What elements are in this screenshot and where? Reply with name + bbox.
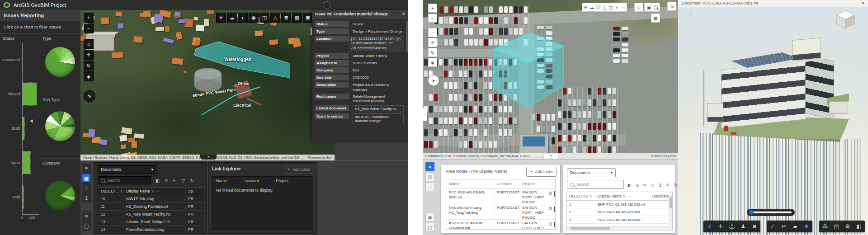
properties-icon[interactable]: ▤: [831, 221, 842, 232]
basemap-icon[interactable]: ◇: [634, 3, 643, 12]
aerial-map-view[interactable]: +−⌂✛↻◈➤ ‹ ☀☁ⓘ△◫◐∩ ◇▣ ▩ ⇲ Contributors, E…: [423, 0, 678, 159]
split-view-icon[interactable]: ◧: [854, 221, 864, 232]
table-row[interactable]: 13Atlantic_Road_Bridge2.ifcPR: [97, 218, 204, 226]
table-row[interactable]: 12KS_New Water Facility.rvtPR: [97, 211, 204, 218]
selection-icon[interactable]: ◧: [155, 178, 160, 183]
status-bar-draft[interactable]: draft: [0, 111, 40, 146]
scene-tool-icon[interactable]: △: [601, 5, 608, 10]
delete-icon[interactable]: [554, 207, 556, 212]
camera-icon[interactable]: ◙: [749, 221, 760, 232]
explode-icon[interactable]: ❖: [801, 221, 812, 232]
measure-icon[interactable]: ∕: [767, 221, 778, 232]
add-links-button[interactable]: ⚭Add Links: [526, 167, 557, 177]
table-row[interactable]: #1-Z1070.70 As-built Drawings.pdf PORTCO…: [446, 220, 555, 230]
company-pie-chart[interactable]: [45, 181, 75, 211]
open-icon[interactable]: ⊙: [548, 221, 552, 226]
scrollbar[interactable]: [406, 21, 408, 52]
links-icon[interactable]: ⚭: [425, 162, 434, 171]
cut-icon[interactable]: ✄: [172, 178, 178, 183]
scene-tool-icon[interactable]: ∩: [620, 5, 627, 10]
slice-icon[interactable]: ◫: [259, 13, 269, 23]
table-row[interactable]: 1SHP-PCC-QL-MS-M3-002.rvt: [566, 201, 672, 208]
walk-icon[interactable]: ♟: [738, 221, 749, 232]
section-icon[interactable]: ✂: [778, 221, 789, 232]
status-bar-answered[interactable]: answered: [0, 42, 40, 77]
table-row[interactable]: 14PowerDistribution.dwgPR: [97, 226, 204, 232]
view-cube[interactable]: [835, 9, 856, 30]
pan-icon[interactable]: ✛: [84, 50, 94, 60]
horizontal-scrollbar[interactable]: [566, 226, 669, 230]
explode-slider[interactable]: [747, 209, 795, 216]
table-row[interactable]: PCC-ENG-AB-CB-M3-0001.rvt PORTCOAST SAI …: [446, 189, 555, 204]
table-row[interactable]: 11KS_Existing Facilities.rvtPR: [97, 203, 204, 211]
type-pie-chart[interactable]: [45, 47, 75, 77]
status-bar-void[interactable]: void: [0, 180, 40, 214]
routes-icon[interactable]: ∴: [82, 183, 91, 193]
open-icon[interactable]: ⊙: [548, 206, 552, 211]
refresh-icon[interactable]: ↻: [189, 178, 195, 183]
zoom-in-icon[interactable]: +: [84, 13, 94, 23]
attribution-collapse-tab[interactable]: ▾: [200, 155, 217, 160]
panel-collapse-tab[interactable]: ‹: [423, 108, 427, 121]
line-of-sight-icon[interactable]: ◉: [249, 13, 259, 23]
weather-icon[interactable]: ☁: [227, 13, 237, 23]
status-bar-chart[interactable]: answeredcloseddraftopenvoid: [0, 42, 40, 214]
close-icon[interactable]: ✕: [402, 11, 406, 16]
locate-icon[interactable]: ◈: [428, 58, 437, 67]
table-icon[interactable]: ▦: [82, 174, 91, 183]
filter-icon[interactable]: ▽: [650, 183, 656, 188]
delete-icon[interactable]: [554, 222, 556, 227]
expand-icon[interactable]: ⇲: [667, 2, 676, 11]
zoom-out-icon[interactable]: −: [84, 24, 94, 33]
account-avatar[interactable]: [323, 1, 330, 9]
table-icon[interactable]: ▦: [425, 172, 434, 181]
table-row[interactable]: Nha dieu hanh cang - AC_TangTret.dwg POR…: [446, 204, 555, 220]
links-icon[interactable]: ⚭: [82, 164, 91, 173]
shadow-icon[interactable]: ◐: [238, 13, 248, 23]
open-icon[interactable]: ⊙: [548, 191, 552, 196]
select-cursor-icon[interactable]: ➤: [428, 75, 439, 86]
layer-selector-dropdown[interactable]: Documents▾: [98, 165, 156, 174]
add-links-button[interactable]: ⚭Add Links: [284, 165, 313, 174]
share-icon[interactable]: ↥: [82, 193, 91, 202]
scene-tool-icon[interactable]: ◫: [608, 5, 614, 10]
legend-icon[interactable]: ≋: [425, 213, 434, 222]
zoom-to-icon[interactable]: ⊙: [634, 183, 640, 188]
pan-icon[interactable]: ✛: [715, 221, 726, 232]
upload-icon[interactable]: ↥: [657, 183, 663, 188]
layer-selector-dropdown[interactable]: Documents▾: [567, 168, 616, 177]
open-in-source-link[interactable]: Issue #8: Foundation material change: [353, 113, 404, 124]
table-row[interactable]: 10WWTP-Site.dwgPR: [97, 195, 204, 203]
locate-icon[interactable]: ◈: [84, 71, 94, 81]
table-row[interactable]: 3PCC-ENG-AB-AR-M3-000...: [566, 216, 672, 224]
zoom-in-icon[interactable]: +: [428, 4, 437, 13]
rotate-icon[interactable]: ↻: [428, 48, 437, 57]
extent-icon[interactable]: ▢: [425, 223, 434, 232]
linked-document-link[interactable]: KS_New Water Facility.rvt: [353, 105, 404, 112]
vertical-scrollbar[interactable]: [669, 192, 672, 230]
table-row[interactable]: 2PCC-ENG-AB-AS-M3-000...: [566, 208, 672, 216]
subtype-pie-chart[interactable]: [45, 111, 75, 141]
pan-icon[interactable]: ✛: [428, 38, 437, 47]
zoom-fit-icon[interactable]: ⚓: [726, 221, 737, 232]
zoom-out-icon[interactable]: −: [428, 14, 437, 23]
search-button[interactable]: [651, 3, 660, 12]
draw-icon[interactable]: ✎: [84, 90, 95, 102]
basemap-icon[interactable]: ▦: [292, 13, 302, 23]
settings-icon[interactable]: ⚙: [842, 221, 853, 232]
layers-icon[interactable]: ≣: [281, 13, 291, 23]
folder-icon[interactable]: ▰: [790, 221, 801, 232]
home-icon[interactable]: ⌂: [84, 39, 94, 49]
bim-3d-view[interactable]: ⌂: [678, 7, 868, 235]
daylight-icon[interactable]: ☀: [216, 13, 226, 23]
bim-highlight-overlay[interactable]: [423, 0, 678, 159]
home-icon[interactable]: ⌂: [689, 10, 693, 17]
orbit-icon[interactable]: ↺: [704, 221, 715, 232]
measure-icon[interactable]: △: [270, 13, 280, 23]
search-input[interactable]: Search: [567, 180, 624, 189]
selection-icon[interactable]: ◧: [627, 183, 632, 188]
scene-tool-icon[interactable]: ◐: [614, 5, 620, 10]
edit-icon[interactable]: ✎: [665, 183, 671, 188]
filter-icon[interactable]: ▽: [180, 178, 186, 183]
save-icon[interactable]: ▣: [303, 13, 313, 23]
